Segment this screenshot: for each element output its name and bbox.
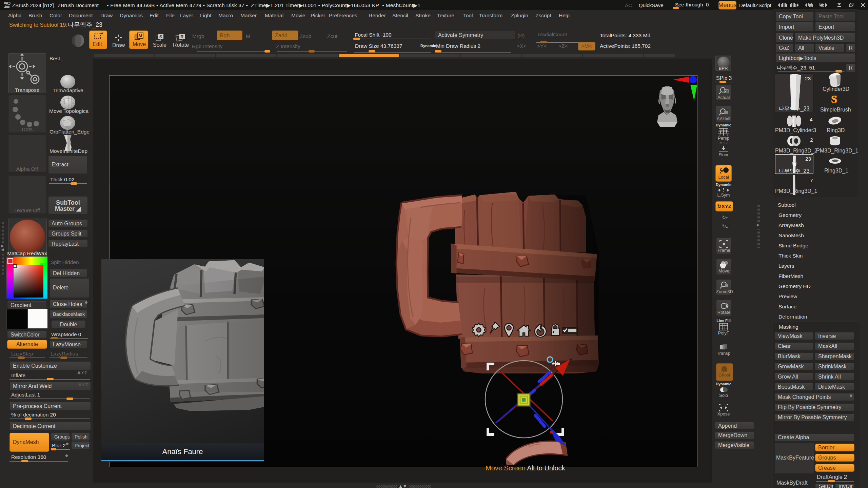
svg-text:S: S [831, 93, 837, 104]
svg-text:R: R [180, 34, 184, 39]
svg-text:S: S [159, 34, 162, 39]
svg-text:M: M [139, 33, 142, 38]
svg-text:x1: x1 [725, 90, 728, 93]
